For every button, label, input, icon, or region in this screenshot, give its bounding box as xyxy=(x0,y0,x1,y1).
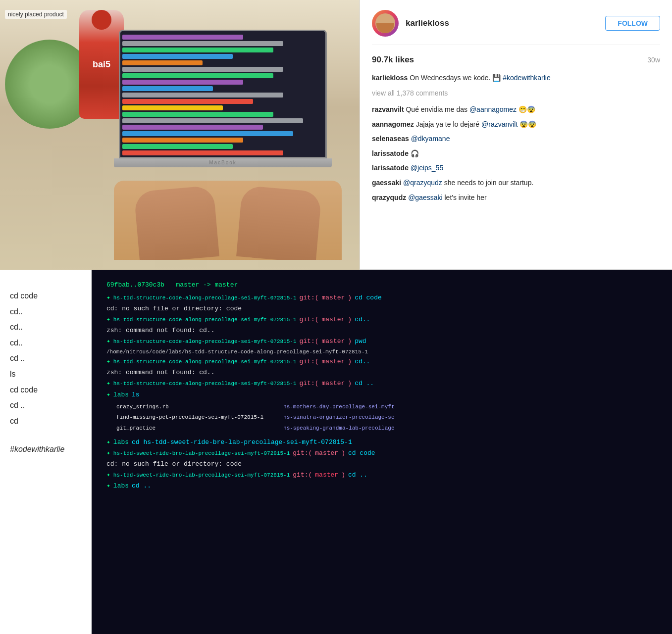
file-item: hs-mothers-day-precollage-sei-myft xyxy=(283,402,394,412)
terminal-panel: 69fbab..0730c3b master -> master ✦ hs-td… xyxy=(92,270,672,634)
cmd-8: cd .. xyxy=(10,399,81,412)
caption-text: On Wednesdays we kode. 💾 xyxy=(410,74,503,82)
caption-username[interactable]: karliekloss xyxy=(372,74,408,82)
file-item: crazy_strings.rb xyxy=(116,402,263,412)
left-commands-panel: cd code cd.. cd.. cd.. cd .. ls cd code … xyxy=(0,270,92,634)
profile-username[interactable]: karliekloss xyxy=(406,18,449,28)
comment-text: Jajaja ya te lo dejaré xyxy=(416,120,481,128)
term-line: cd: no such file or directory: code xyxy=(106,459,657,470)
file-item: hs-speaking-grandma-lab-precollage xyxy=(283,424,394,433)
term-line: ✦ labs cd .. xyxy=(106,481,657,491)
file-item: git_practice xyxy=(116,424,263,433)
comment-user[interactable]: selenaseas xyxy=(372,135,409,143)
top-section: nicely placed product xyxy=(0,0,672,270)
comment-user[interactable]: larissatode xyxy=(372,149,409,157)
hands xyxy=(114,181,342,260)
comment: selenaseas @dkyamane xyxy=(372,134,660,144)
cmd-4: cd.. xyxy=(10,337,81,349)
term-line: cd: no such file or directory: code xyxy=(106,303,657,314)
top-photo: nicely placed product xyxy=(0,0,360,270)
term-line: ✦ labs cd hs-tdd-sweet-ride-bre-lab-prec… xyxy=(106,437,657,448)
profile-header: karliekloss FOLLOW xyxy=(372,10,660,45)
term-line: ✦ hs-tdd-structure-code-along-precollage… xyxy=(106,336,657,347)
laptop: MacBook xyxy=(119,30,327,168)
avatar xyxy=(372,10,399,37)
instagram-panel: karliekloss FOLLOW 90.7k likes 30w karli… xyxy=(360,0,672,269)
comment: gaessaki @qrazyqudz she needs to join ou… xyxy=(372,178,660,188)
file-item: find-missing-pet-precollage-sei-myft-072… xyxy=(116,413,263,422)
likes-count: 90.7k likes xyxy=(372,55,414,65)
likes-row: 90.7k likes 30w xyxy=(372,55,660,65)
file-listing: crazy_strings.rb find-missing-pet-precol… xyxy=(116,402,657,433)
cmd-2: cd.. xyxy=(10,305,81,318)
cmd-6: ls xyxy=(10,368,81,381)
term-line: ✦ hs-tdd-structure-code-along-precollage… xyxy=(106,378,657,389)
term-line: ✦ hs-tdd-structure-code-along-precollage… xyxy=(106,314,657,325)
comment: razvanvilt Qué envidia me das @aannagome… xyxy=(372,105,660,115)
comments-list: razvanvilt Qué envidia me das @aannagome… xyxy=(372,105,660,202)
comment-mention[interactable]: @jeips_55 xyxy=(411,164,443,172)
comment-mention[interactable]: @gaessaki xyxy=(408,194,442,201)
comment-text-2: she needs to join our startup. xyxy=(444,179,534,187)
comment-mention[interactable]: @razvanvilt xyxy=(481,120,517,128)
term-line: ✦ hs-tdd-structure-code-along-precollage… xyxy=(106,293,657,303)
caption: karliekloss On Wednesdays we kode. 💾 #ko… xyxy=(372,73,660,83)
comment-text-2: let's invite her xyxy=(444,194,486,201)
cmd-3: cd.. xyxy=(10,321,81,334)
view-comments[interactable]: view all 1,378 comments xyxy=(372,89,660,97)
file-item: hs-sinatra-organizer-precollage-se xyxy=(283,413,394,422)
term-line: zsh: command not found: cd.. xyxy=(106,325,657,336)
bottom-section: cd code cd.. cd.. cd.. cd .. ls cd code … xyxy=(0,270,672,634)
term-line: ✦ labs ls xyxy=(106,390,657,400)
comment-mention[interactable]: @aannagomez xyxy=(469,105,517,113)
term-line: 69fbab..0730c3b master -> master xyxy=(106,280,657,293)
term-header: 69fbab..0730c3b master -> master xyxy=(106,280,238,291)
laptop-screen xyxy=(119,30,327,158)
comment-user[interactable]: gaessaki xyxy=(372,179,401,187)
term-line: /home/nitrous/code/labs/hs-tdd-structure… xyxy=(106,347,657,357)
comment: larissatode 🎧 xyxy=(372,149,660,159)
comment: aannagomez Jajaja ya te lo dejaré @razva… xyxy=(372,120,660,130)
caption-hashtag[interactable]: #kodewithkarlie xyxy=(503,74,551,82)
cmd-5: cd .. xyxy=(10,352,81,365)
hashtag-bottom: #kodewithkarlie xyxy=(10,445,81,454)
comment: larissatode @jeips_55 xyxy=(372,163,660,173)
term-line: ✦ hs-tdd-structure-code-along-precollage… xyxy=(106,356,657,367)
comment-user[interactable]: qrazyqudz xyxy=(372,194,406,201)
term-line: zsh: command not found: cd.. xyxy=(106,367,657,378)
bai-bottle xyxy=(79,10,124,119)
time-ago: 30w xyxy=(647,56,660,64)
term-line: ✦ hs-tdd-sweet-ride-bro-lab-precollage-s… xyxy=(106,470,657,481)
comment-user[interactable]: larissatode xyxy=(372,164,409,172)
follow-button[interactable]: FOLLOW xyxy=(605,16,660,31)
cmd-9: cd xyxy=(10,415,81,428)
comment-mention[interactable]: @qrazyqudz xyxy=(403,179,442,187)
cmd-7: cd code xyxy=(10,384,81,396)
laptop-brand: MacBook xyxy=(114,158,332,167)
comment-text: Qué envidia me das xyxy=(406,105,469,113)
comment-user[interactable]: razvanvilt xyxy=(372,105,404,113)
product-label: nicely placed product xyxy=(5,10,67,19)
term-line: ✦ hs-tdd-sweet-ride-bro-lab-precollage-s… xyxy=(106,448,657,459)
comment-mention[interactable]: @dkyamane xyxy=(411,135,450,143)
comment-user[interactable]: aannagomez xyxy=(372,120,414,128)
comment-text: 🎧 xyxy=(411,149,419,157)
comment: qrazyqudz @gaessaki let's invite her xyxy=(372,193,660,203)
bottle-cap xyxy=(92,10,111,30)
cmd-1: cd code xyxy=(10,290,81,302)
